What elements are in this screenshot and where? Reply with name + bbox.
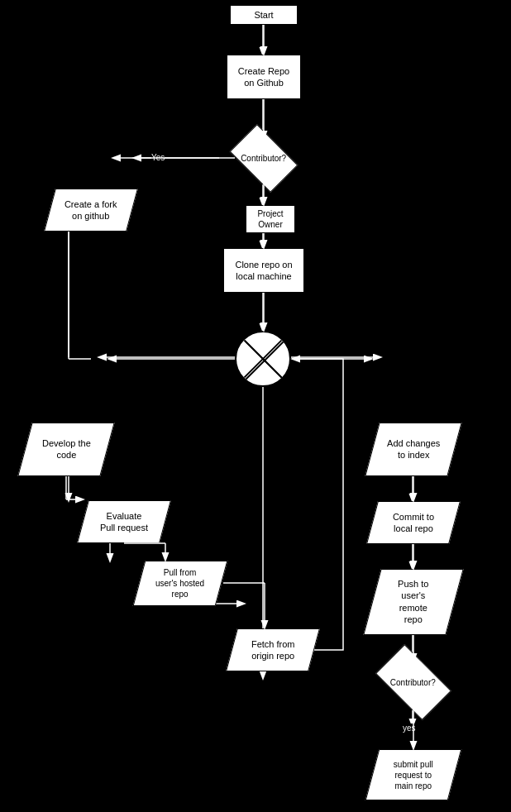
create-fork-node: Create a fork on github — [44, 189, 138, 232]
commit-local-node: Commit to local repo — [366, 501, 461, 544]
yes2-label: yes — [403, 724, 416, 733]
start-node: Start — [230, 5, 298, 25]
yes1-label: Yes — [151, 153, 165, 162]
clone-repo-node: Clone repo on local machine — [223, 248, 304, 293]
pull-hosted-node: Pull from user's hosted repo — [133, 561, 228, 606]
push-remote-node: Push to user's remote repo — [363, 569, 463, 635]
create-repo-node: Create Repo on Github — [227, 55, 301, 99]
flowchart-diagram: Start Create Repo on Github Contributor?… — [0, 0, 511, 812]
sync-circle — [235, 331, 291, 387]
contributor1-node: Contributor? — [230, 124, 298, 193]
svg-line-19 — [245, 341, 284, 380]
fetch-origin-node: Fetch from origin repo — [226, 628, 320, 671]
add-changes-node: Add changes to index — [365, 423, 461, 476]
project-owner-label: Project Owner — [246, 205, 295, 233]
evaluate-pr-node: Evaluate Pull request — [77, 500, 171, 543]
contributor2-node: Contributor? — [375, 644, 451, 720]
develop-code-node: Develop the code — [17, 423, 114, 476]
submit-pr-node: submit pull request to main repo — [365, 749, 462, 800]
